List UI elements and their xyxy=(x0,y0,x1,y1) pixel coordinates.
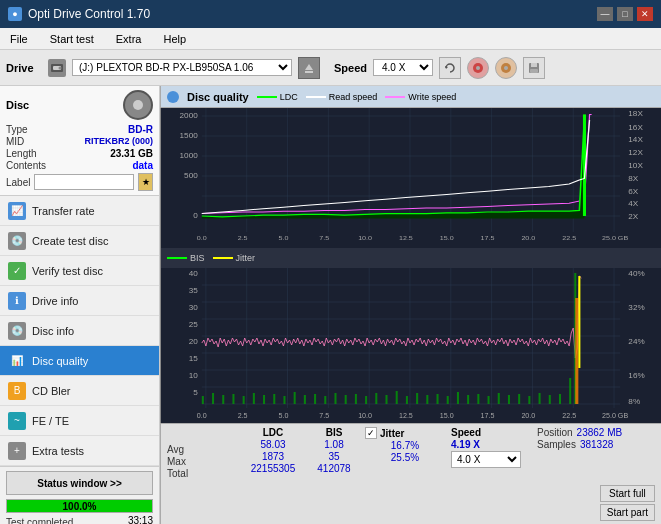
speed-select[interactable]: 4.0 X xyxy=(373,59,433,76)
disc-button-1[interactable] xyxy=(467,57,489,79)
start-part-button[interactable]: Start part xyxy=(600,504,655,521)
app-title: Opti Drive Control 1.70 xyxy=(28,7,150,21)
svg-rect-130 xyxy=(488,396,490,404)
disc-type-val: BD-R xyxy=(128,124,153,135)
titlebar-controls: — □ ✕ xyxy=(597,7,653,21)
svg-text:40%: 40% xyxy=(628,269,644,278)
close-button[interactable]: ✕ xyxy=(637,7,653,21)
menu-help[interactable]: Help xyxy=(157,31,192,47)
svg-rect-106 xyxy=(243,396,245,404)
top-chart: 2000 1500 1000 500 0 18X 16X 14X 12X 10X… xyxy=(161,108,661,248)
menu-file[interactable]: File xyxy=(4,31,34,47)
drive-select[interactable]: (J:) PLEXTOR BD-R PX-LB950SA 1.06 xyxy=(72,59,292,76)
legend-read-speed: Read speed xyxy=(306,92,378,102)
total-label: Total xyxy=(167,468,237,479)
ldc-total: 22155305 xyxy=(243,463,303,474)
nav-verify-test-disc[interactable]: ✓ Verify test disc xyxy=(0,256,159,286)
disc-label-button[interactable]: ★ xyxy=(138,173,153,191)
svg-text:10X: 10X xyxy=(628,162,643,170)
nav-drive-info[interactable]: ℹ Drive info xyxy=(0,286,159,316)
svg-rect-125 xyxy=(437,394,439,404)
sidebar: Disc Type BD-R MID RITEKBR2 (000) Length… xyxy=(0,86,160,524)
svg-text:20.0: 20.0 xyxy=(521,412,535,419)
maximize-button[interactable]: □ xyxy=(617,7,633,21)
eject-button[interactable] xyxy=(298,57,320,79)
write-speed-line xyxy=(385,96,405,98)
ldc-avg: 58.03 xyxy=(243,439,303,450)
svg-text:25.0 GB: 25.0 GB xyxy=(602,235,628,241)
nav-cd-bler[interactable]: B CD Bler xyxy=(0,376,159,406)
svg-rect-102 xyxy=(202,396,204,404)
svg-rect-112 xyxy=(304,395,306,404)
svg-rect-126 xyxy=(447,396,449,404)
svg-rect-119 xyxy=(375,393,377,404)
jitter-max: 25.5% xyxy=(365,452,445,463)
bis-line xyxy=(167,257,187,259)
nav-disc-quality[interactable]: 📊 Disc quality xyxy=(0,346,159,376)
position-value: 23862 MB xyxy=(577,427,623,438)
nav-items: 📈 Transfer rate 💿 Create test disc ✓ Ver… xyxy=(0,196,159,466)
svg-text:14X: 14X xyxy=(628,136,643,144)
nav-extra-tests-label: Extra tests xyxy=(32,445,84,457)
charts-container: 2000 1500 1000 500 0 18X 16X 14X 12X 10X… xyxy=(160,108,661,423)
svg-text:16X: 16X xyxy=(628,123,643,131)
jitter-checkbox[interactable]: ✓ xyxy=(365,427,377,439)
svg-point-7 xyxy=(476,66,480,70)
svg-text:16%: 16% xyxy=(628,371,644,380)
svg-rect-107 xyxy=(253,393,255,404)
svg-text:30: 30 xyxy=(189,303,199,312)
disc-length-key: Length xyxy=(6,148,37,159)
speed-display: 4.19 X xyxy=(451,439,531,450)
svg-text:18X: 18X xyxy=(628,110,643,118)
svg-text:22.5: 22.5 xyxy=(562,235,576,241)
bottom-chart: 40 35 30 25 20 15 10 5 40% 32% 24% 16% 8… xyxy=(161,268,661,423)
speed-label: Speed xyxy=(334,62,367,74)
avg-label: Avg xyxy=(167,444,237,455)
drive-label: Drive xyxy=(6,62,42,74)
nav-extra-tests[interactable]: + Extra tests xyxy=(0,436,159,466)
bis-max: 35 xyxy=(309,451,359,462)
status-window-button[interactable]: Status window >> xyxy=(6,471,153,495)
start-full-button[interactable]: Start full xyxy=(600,485,655,502)
svg-text:15: 15 xyxy=(189,354,199,363)
legend-write-speed: Write speed xyxy=(385,92,456,102)
nav-disc-info[interactable]: 💿 Disc info xyxy=(0,316,159,346)
svg-text:10.0: 10.0 xyxy=(358,235,372,241)
svg-rect-121 xyxy=(396,391,398,404)
svg-point-2 xyxy=(59,66,62,69)
nav-create-test-disc[interactable]: 💿 Create test disc xyxy=(0,226,159,256)
disc-label-input[interactable] xyxy=(34,174,134,190)
menu-extra[interactable]: Extra xyxy=(110,31,148,47)
svg-text:20: 20 xyxy=(189,337,199,346)
svg-rect-116 xyxy=(345,395,347,404)
svg-rect-118 xyxy=(365,396,367,404)
svg-text:7.5: 7.5 xyxy=(319,412,329,419)
disc-button-2[interactable] xyxy=(495,57,517,79)
svg-text:0: 0 xyxy=(193,212,198,220)
transfer-rate-icon: 📈 xyxy=(8,202,26,220)
menu-start-test[interactable]: Start test xyxy=(44,31,100,47)
svg-text:8X: 8X xyxy=(628,175,638,183)
svg-rect-120 xyxy=(385,395,387,404)
minimize-button[interactable]: — xyxy=(597,7,613,21)
read-speed-label: Read speed xyxy=(329,92,378,102)
jitter-col-header: Jitter xyxy=(380,428,404,439)
nav-fe-te[interactable]: ~ FE / TE xyxy=(0,406,159,436)
svg-rect-128 xyxy=(467,395,469,404)
svg-rect-134 xyxy=(528,396,530,404)
refresh-button[interactable] xyxy=(439,57,461,79)
nav-transfer-rate[interactable]: 📈 Transfer rate xyxy=(0,196,159,226)
disc-label-key: Label xyxy=(6,177,30,188)
svg-rect-108 xyxy=(263,395,265,404)
svg-point-9 xyxy=(504,66,508,70)
legend-ldc: LDC xyxy=(257,92,298,102)
svg-text:5.0: 5.0 xyxy=(278,235,288,241)
svg-text:12X: 12X xyxy=(628,149,643,157)
disc-title: Disc xyxy=(6,99,29,111)
nav-transfer-rate-label: Transfer rate xyxy=(32,205,95,217)
speed-stat-select[interactable]: 4.0 X xyxy=(451,451,521,468)
sidebar-bottom: Status window >> 100.0% Test completed 3… xyxy=(0,466,159,524)
ldc-col: LDC 58.03 1873 22155305 xyxy=(243,427,303,474)
save-button[interactable] xyxy=(523,57,545,79)
titlebar-left: ● Opti Drive Control 1.70 xyxy=(8,7,150,21)
